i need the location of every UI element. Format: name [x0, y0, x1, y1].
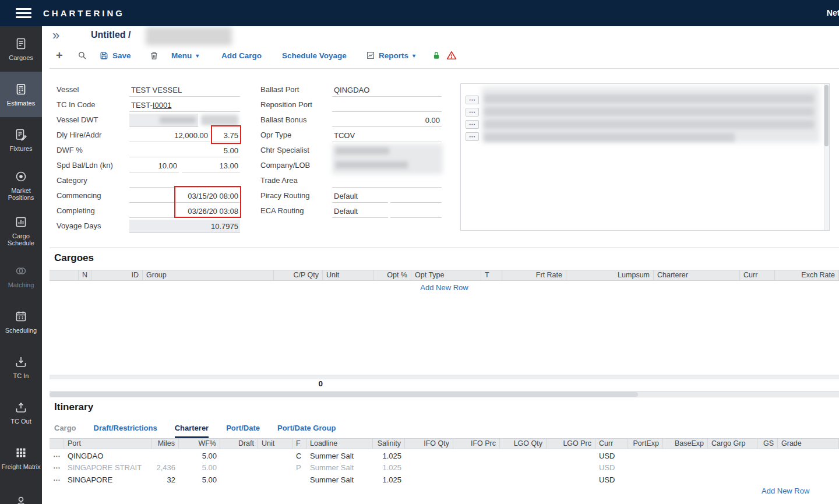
- ballast-bonus-field[interactable]: 0.00: [332, 114, 442, 127]
- lock-button[interactable]: [431, 48, 442, 63]
- sidebar-item-cargoes[interactable]: Cargoes: [0, 26, 42, 72]
- dly-hire-field[interactable]: 12,000.00: [129, 129, 210, 142]
- baseexp-cell[interactable]: [663, 474, 708, 486]
- portexp-cell[interactable]: [628, 450, 663, 462]
- function-cell[interactable]: [292, 474, 306, 486]
- vessel-dwt-field[interactable]: [129, 114, 198, 127]
- baseexp-cell[interactable]: [663, 450, 708, 462]
- sidebar-item-estimates[interactable]: Estimates: [0, 72, 42, 117]
- miles-cell[interactable]: 2,436: [151, 462, 179, 474]
- gs-cell[interactable]: [757, 474, 778, 486]
- salinity-cell[interactable]: 1.025: [373, 462, 405, 474]
- salinity-cell[interactable]: 1.025: [373, 474, 405, 486]
- add-cargo-button[interactable]: Add Cargo: [221, 48, 262, 63]
- lgo-qty-cell[interactable]: [500, 450, 547, 462]
- tab-charterer[interactable]: Charterer: [175, 424, 209, 438]
- row-options-button[interactable]: ⋯: [50, 462, 64, 474]
- reports-button[interactable]: Reports ▾: [366, 48, 415, 63]
- spd-ballast-field[interactable]: 10.00: [129, 159, 179, 172]
- loadline-cell[interactable]: Summer Salt: [306, 450, 373, 462]
- ifo-qty-cell[interactable]: [405, 450, 453, 462]
- tab-port-date-group[interactable]: Port/Date Group: [277, 424, 336, 438]
- horizontal-scrollbar[interactable]: [50, 391, 839, 397]
- panel-scrollbar[interactable]: [824, 84, 829, 230]
- salinity-cell[interactable]: 1.025: [373, 450, 405, 462]
- grade-cell[interactable]: [778, 474, 839, 486]
- row-options-button[interactable]: ⋯: [466, 96, 479, 104]
- row-options-button[interactable]: ⋯: [50, 474, 64, 486]
- unit-cell[interactable]: [258, 474, 292, 486]
- draft-cell[interactable]: [220, 474, 258, 486]
- port-cell[interactable]: SINGAPORE STRAIT: [64, 462, 151, 474]
- wf-cell[interactable]: 5.00: [179, 450, 220, 462]
- row-options-button[interactable]: ⋯: [466, 108, 479, 117]
- unit-cell[interactable]: [258, 462, 292, 474]
- cargo-grp-cell[interactable]: [708, 474, 757, 486]
- lgo-prc-cell[interactable]: [547, 474, 595, 486]
- category-field[interactable]: [129, 174, 240, 188]
- loadline-cell[interactable]: Summer Salt: [306, 474, 373, 486]
- curr-cell[interactable]: USD: [595, 474, 628, 486]
- spd-laden-field[interactable]: 13.00: [182, 159, 240, 172]
- sidebar-item-tc-in[interactable]: TC In: [0, 344, 42, 390]
- sidebar-item-freight-matrix[interactable]: Freight Matrix: [0, 435, 42, 481]
- portexp-cell[interactable]: [628, 462, 663, 474]
- tab-draft-restrictions[interactable]: Draft/Restrictions: [94, 424, 157, 438]
- wf-cell[interactable]: 5.00: [179, 474, 220, 486]
- new-button[interactable]: +: [56, 48, 63, 63]
- reposition-port-field[interactable]: [332, 98, 442, 112]
- search-button[interactable]: [77, 48, 87, 63]
- ifo-prc-cell[interactable]: [453, 474, 500, 486]
- piracy-routing-field[interactable]: Default: [332, 189, 388, 203]
- eca-routing-extra-field[interactable]: [390, 205, 442, 218]
- sidebar-item-fixtures[interactable]: Fixtures: [0, 117, 42, 163]
- miles-cell[interactable]: 32: [151, 474, 179, 486]
- ifo-qty-cell[interactable]: [405, 474, 453, 486]
- cargoes-scrollbar[interactable]: [50, 375, 839, 379]
- validation-warning-button[interactable]: [446, 48, 457, 63]
- completing-field[interactable]: 03/26/20 03:08: [129, 205, 240, 218]
- gs-cell[interactable]: [757, 450, 778, 462]
- grade-cell[interactable]: [778, 462, 839, 474]
- ballast-port-field[interactable]: QINGDAO: [332, 83, 442, 97]
- row-options-button[interactable]: ⋯: [466, 132, 479, 141]
- sidebar-item-partial[interactable]: [0, 481, 42, 504]
- lgo-prc-cell[interactable]: [547, 450, 595, 462]
- eca-routing-field[interactable]: Default: [332, 205, 388, 218]
- tab-port-date[interactable]: Port/Date: [226, 424, 260, 438]
- ifo-prc-cell[interactable]: [453, 462, 500, 474]
- cargoes-add-new-row-link[interactable]: Add New Row: [50, 283, 839, 292]
- save-button[interactable]: Save: [99, 48, 131, 63]
- delete-button[interactable]: [149, 48, 159, 63]
- tc-in-code-field[interactable]: TEST-I0001: [129, 98, 240, 112]
- row-options-button[interactable]: ⋯: [50, 450, 64, 462]
- trade-area-field[interactable]: [332, 174, 442, 188]
- schedule-voyage-button[interactable]: Schedule Voyage: [282, 48, 347, 63]
- cargo-grp-cell[interactable]: [708, 462, 757, 474]
- curr-cell[interactable]: USD: [595, 450, 628, 462]
- curr-cell[interactable]: USD: [595, 462, 628, 474]
- expand-panel-icon[interactable]: »: [52, 28, 59, 43]
- commencing-field[interactable]: 03/15/20 08:00: [129, 189, 240, 203]
- function-cell[interactable]: P: [292, 462, 306, 474]
- port-cell[interactable]: SINGAPORE: [64, 474, 151, 486]
- lgo-prc-cell[interactable]: [547, 462, 595, 474]
- network-link[interactable]: Network: [827, 8, 839, 17]
- gs-cell[interactable]: [757, 462, 778, 474]
- unit-cell[interactable]: [258, 450, 292, 462]
- draft-cell[interactable]: [220, 450, 258, 462]
- wf-cell[interactable]: 5.00: [179, 462, 220, 474]
- lgo-qty-cell[interactable]: [500, 474, 547, 486]
- ifo-qty-cell[interactable]: [405, 462, 453, 474]
- baseexp-cell[interactable]: [663, 462, 708, 474]
- tc-in-code-link[interactable]: I0001: [153, 101, 172, 110]
- sidebar-item-scheduling[interactable]: Scheduling: [0, 299, 42, 344]
- sidebar-item-matching[interactable]: Matching: [0, 253, 42, 299]
- piracy-routing-extra-field[interactable]: [390, 189, 442, 203]
- hamburger-menu-icon[interactable]: [16, 8, 31, 18]
- itinerary-add-new-row-link[interactable]: Add New Row: [762, 487, 809, 495]
- row-options-button[interactable]: ⋯: [466, 120, 479, 129]
- tab-cargo[interactable]: Cargo: [54, 424, 76, 438]
- ifo-prc-cell[interactable]: [453, 450, 500, 462]
- panel-scrollbar-thumb[interactable]: [824, 85, 829, 146]
